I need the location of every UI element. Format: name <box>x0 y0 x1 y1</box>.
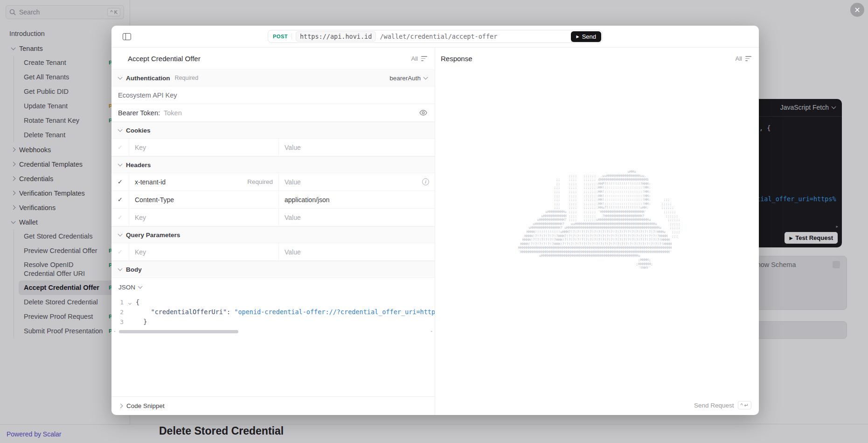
query-row-empty: ✓ <box>111 243 435 261</box>
body-section-header[interactable]: Body <box>111 261 435 278</box>
scroll-right-icon[interactable]: ▸ <box>431 329 433 333</box>
chevron-down-icon <box>138 284 143 289</box>
query-parameters-section-header[interactable]: Query Parameters <box>111 226 435 243</box>
request-path[interactable]: /wallet/credential/accept-offer <box>380 33 497 40</box>
chevron-down-icon <box>424 75 428 80</box>
info-icon[interactable]: i <box>422 178 429 185</box>
fold-chevron-icon[interactable] <box>124 297 136 307</box>
request-address-bar[interactable]: POST https://api.hovi.id /wallet/credent… <box>268 30 603 43</box>
api-client-modal: POST https://api.hovi.id /wallet/credent… <box>111 26 759 415</box>
body-format-select[interactable]: JSON <box>111 278 435 296</box>
chevron-down-icon <box>118 127 123 132</box>
filter-icon <box>745 56 751 61</box>
cookies-section-header[interactable]: Cookies <box>111 122 435 139</box>
row-check-icon[interactable]: ✓ <box>111 209 129 226</box>
header-row-empty: ✓ <box>111 209 435 226</box>
chevron-down-icon <box>118 75 123 80</box>
request-panel: Accept Credential Offer All Authenticati… <box>111 48 435 415</box>
eye-icon[interactable] <box>419 110 427 116</box>
chevron-down-icon <box>118 232 123 237</box>
header-row-content-type: ✓ Content-Type application/json <box>111 191 435 209</box>
sidebar-toggle-icon[interactable] <box>123 33 131 40</box>
authentication-section-header[interactable]: Authentication Required bearerAuth <box>111 70 435 86</box>
auth-key-row[interactable]: Ecosystem API Key <box>111 86 435 104</box>
modal-topbar: POST https://api.hovi.id /wallet/credent… <box>111 26 759 48</box>
bearer-token-input[interactable] <box>164 109 419 117</box>
close-icon[interactable]: ✕ <box>850 3 864 17</box>
row-check-icon[interactable]: ✓ <box>111 243 129 260</box>
play-icon: ▶ <box>576 35 579 39</box>
filter-icon <box>421 56 427 61</box>
request-filter[interactable]: All <box>411 55 427 62</box>
row-check-icon[interactable]: ✓ <box>111 139 129 156</box>
response-footer: Send Request ^ ↵ <box>694 401 751 409</box>
cookie-row-empty: ✓ <box>111 139 435 156</box>
ascii-art-computer: uHHu ;;;; ;;;;;; .uuHHHHHHHHHHHHHHHHuu. … <box>514 170 681 270</box>
response-panel: Response All uHHu ;;;; ;;;;;; .uuHHHHHHH… <box>435 48 759 415</box>
header-row-x-tenant-id: ✓ x-tenant-id Required i <box>111 173 435 191</box>
send-button[interactable]: ▶ Send <box>571 31 601 42</box>
query-value-input[interactable] <box>285 248 429 256</box>
header-value-input[interactable] <box>285 214 429 221</box>
row-check-icon[interactable]: ✓ <box>111 173 129 190</box>
auth-scheme-select[interactable]: bearerAuth <box>389 75 427 82</box>
row-check-icon[interactable]: ✓ <box>111 191 129 208</box>
base-url[interactable]: https://api.hovi.id <box>296 31 376 42</box>
query-key-input[interactable] <box>135 248 273 256</box>
chevron-right-icon <box>118 404 123 408</box>
http-method-badge: POST <box>273 34 288 39</box>
divider <box>292 33 292 40</box>
scroll-left-icon[interactable]: ◂ <box>113 329 116 333</box>
body-code-editor[interactable]: 1 { 2 "credentialOfferUri": "openid-cred… <box>111 296 435 334</box>
response-title: Response <box>441 55 472 63</box>
x-tenant-id-value-input[interactable] <box>285 178 418 186</box>
header-key-input[interactable] <box>135 214 273 221</box>
response-filter[interactable]: All <box>736 55 751 62</box>
chevron-down-icon <box>118 162 123 167</box>
bearer-token-row: Bearer Token: <box>111 104 435 122</box>
code-snippet-toggle[interactable]: Code Snippet <box>111 396 435 415</box>
cookie-key-input[interactable] <box>135 144 273 151</box>
send-request-hint: Send Request <box>694 402 734 409</box>
chevron-down-icon <box>118 267 123 271</box>
scrollbar-thumb[interactable] <box>119 330 238 333</box>
headers-section-header[interactable]: Headers <box>111 156 435 173</box>
request-title: Accept Credential Offer <box>128 55 201 63</box>
send-request-shortcut-badge: ^ ↵ <box>738 401 751 409</box>
horizontal-scrollbar[interactable]: ◂ ▸ <box>115 329 431 334</box>
cookie-value-input[interactable] <box>285 144 429 151</box>
